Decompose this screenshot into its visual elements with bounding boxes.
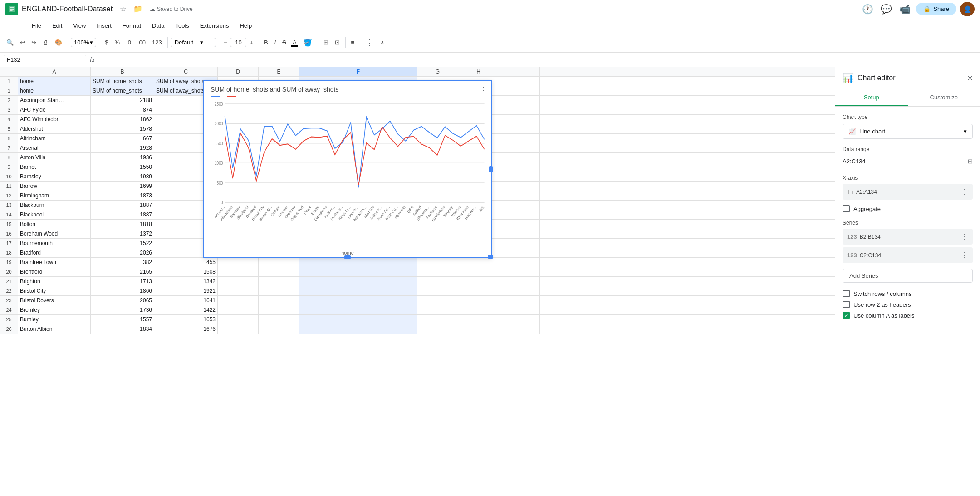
cell-a5[interactable]: Aldershot [18, 124, 91, 133]
cell-a11[interactable]: Barrow [18, 182, 91, 191]
cell-h20[interactable] [458, 267, 499, 276]
cell-a19[interactable]: Braintree Town [18, 258, 91, 267]
cell-a23[interactable]: Bristol Rovers [18, 296, 91, 305]
cell-a20[interactable]: Brentford [18, 267, 91, 276]
col-header-i[interactable]: I [499, 67, 540, 76]
cell-f20[interactable] [299, 267, 417, 276]
cell-h19[interactable] [458, 258, 499, 267]
cell-h24[interactable] [458, 305, 499, 314]
col-header-e[interactable]: E [259, 67, 299, 76]
menu-extensions[interactable]: Extensions [196, 20, 234, 31]
cell-f23[interactable] [299, 296, 417, 305]
cell-f19[interactable] [299, 258, 417, 267]
currency-button[interactable]: $ [102, 37, 111, 48]
cell-a9[interactable]: Barnet [18, 162, 91, 172]
cell-f21[interactable] [299, 277, 417, 286]
cell-a17[interactable]: Bournemouth [18, 239, 91, 248]
cell-h23[interactable] [458, 296, 499, 305]
cell-e25[interactable] [259, 315, 299, 324]
cell-i26[interactable] [499, 324, 540, 334]
row-num[interactable]: 1 [0, 86, 18, 95]
cell-b13[interactable]: 1887 [91, 201, 154, 210]
menu-help[interactable]: Help [235, 20, 256, 31]
cell-a12[interactable]: Birmingham [18, 191, 91, 200]
cell-d19[interactable] [218, 258, 259, 267]
row-num[interactable]: 10 [0, 172, 18, 181]
percent-button[interactable]: % [112, 37, 122, 48]
cell-g26[interactable] [417, 324, 458, 334]
cell-d26[interactable] [218, 324, 259, 334]
share-button[interactable]: 🔒 Share [916, 3, 956, 15]
cell-reference[interactable] [4, 55, 86, 64]
cell-g25[interactable] [417, 315, 458, 324]
menu-data[interactable]: Data [147, 20, 169, 31]
cell-i18[interactable] [499, 248, 540, 257]
menu-edit[interactable]: Edit [48, 20, 67, 31]
cell-e23[interactable] [259, 296, 299, 305]
chart-overlay[interactable]: ⋮ SUM of home_shots and SUM of away_shot… [203, 80, 492, 258]
cell-b24[interactable]: 1736 [91, 305, 154, 314]
cell-b20[interactable]: 2165 [91, 267, 154, 276]
col-header-f[interactable]: F [299, 67, 417, 76]
cell-b17[interactable]: 1522 [91, 239, 154, 248]
menu-tools[interactable]: Tools [171, 20, 193, 31]
series-2-more-button[interactable]: ⋮ [961, 251, 968, 260]
decimal-dec-button[interactable]: .0 [123, 37, 134, 48]
font-selector[interactable]: Default... ▾ [171, 38, 216, 47]
search-button[interactable]: 🔍 [4, 37, 16, 48]
more-options-button[interactable]: ⋮ [363, 36, 377, 49]
cell-b8[interactable]: 1936 [91, 153, 154, 162]
cell-b25[interactable]: 1557 [91, 315, 154, 324]
cell-a15[interactable]: Bolton [18, 220, 91, 229]
cell-b1[interactable]: SUM of home_shots [91, 77, 154, 86]
cell-g20[interactable] [417, 267, 458, 276]
chart-resize-handle-right[interactable] [489, 166, 493, 172]
tab-setup[interactable]: Setup [835, 89, 908, 106]
cell-h21[interactable] [458, 277, 499, 286]
cell-h26[interactable] [458, 324, 499, 334]
cell-e22[interactable] [259, 286, 299, 295]
cell-i16[interactable] [499, 229, 540, 238]
row-num[interactable]: 9 [0, 162, 18, 172]
cell-b12[interactable]: 1873 [91, 191, 154, 200]
cell-a10[interactable]: Barnsley [18, 172, 91, 181]
row-num[interactable]: 5 [0, 124, 18, 133]
chart-type-selector[interactable]: 📈 Line chart ▾ [843, 124, 973, 139]
cell-a21[interactable]: Brighton [18, 277, 91, 286]
col-header-g[interactable]: G [417, 67, 458, 76]
avatar[interactable]: 👤 [960, 2, 975, 16]
row-num[interactable]: 17 [0, 239, 18, 248]
meet-icon[interactable]: 📹 [897, 3, 912, 15]
cell-b15[interactable]: 1818 [91, 220, 154, 229]
star-icon[interactable]: ☆ [118, 4, 128, 14]
cell-e20[interactable] [259, 267, 299, 276]
tab-customize[interactable]: Customize [908, 89, 980, 106]
comments-icon[interactable]: 💬 [879, 3, 894, 15]
cell-i9[interactable] [499, 162, 540, 172]
row-num[interactable]: 16 [0, 229, 18, 238]
row-num[interactable]: 1 [0, 77, 18, 86]
cell-i25[interactable] [499, 315, 540, 324]
col-header-c[interactable]: C [154, 67, 218, 76]
italic-button[interactable]: I [272, 37, 279, 48]
cell-b14[interactable]: 1887 [91, 210, 154, 219]
row-num[interactable]: 6 [0, 134, 18, 143]
cell-b16[interactable]: 1372 [91, 229, 154, 238]
merge-cells-button[interactable]: ⊡ [332, 37, 343, 48]
cell-i1[interactable] [499, 77, 540, 86]
aggregate-checkbox[interactable] [843, 205, 850, 212]
cell-b5[interactable]: 1578 [91, 124, 154, 133]
cell-b7[interactable]: 1928 [91, 143, 154, 152]
cell-c20[interactable]: 1508 [154, 267, 218, 276]
row-num[interactable]: 11 [0, 182, 18, 191]
cell-i17[interactable] [499, 239, 540, 248]
cell-i7[interactable] [499, 143, 540, 152]
cell-a8[interactable]: Aston Villa [18, 153, 91, 162]
col-header-d[interactable]: D [218, 67, 259, 76]
cell-g22[interactable] [417, 286, 458, 295]
cell-i6[interactable] [499, 134, 540, 143]
cell-d21[interactable] [218, 277, 259, 286]
menu-file[interactable]: File [27, 20, 46, 31]
row-num[interactable]: 24 [0, 305, 18, 314]
cell-g23[interactable] [417, 296, 458, 305]
